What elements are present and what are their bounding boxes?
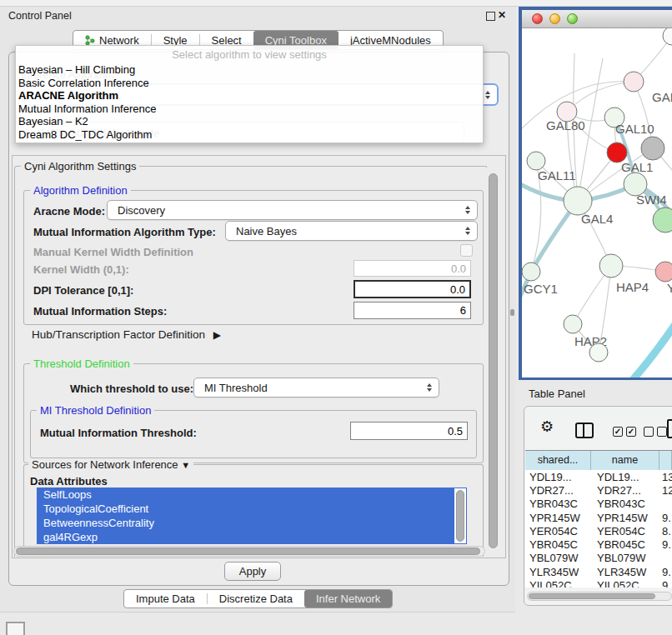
algorithm-definition-title: Algorithm Definition <box>30 185 131 196</box>
network-node[interactable] <box>564 315 582 333</box>
mi-steps-field[interactable] <box>354 302 471 319</box>
checked-box-icon: ✓ <box>613 427 623 437</box>
network-node[interactable] <box>564 187 592 215</box>
apply-button-label: Apply <box>239 565 267 578</box>
table-cell: 13 <box>659 471 672 483</box>
node-label: GAL <box>652 90 672 104</box>
tab-impute-data[interactable]: Impute Data <box>124 590 207 608</box>
aracne-mode-combo[interactable]: Discovery <box>107 200 478 220</box>
dropdown-prompt: Select algorithm to view settings <box>16 46 483 63</box>
sources-group-title[interactable]: Sources for Network Inference ▼ <box>28 459 193 471</box>
network-node[interactable] <box>589 343 608 362</box>
attribute-list-item[interactable]: SelfLoops <box>37 488 467 502</box>
select-all-icon[interactable]: ✓ ✓ <box>613 427 636 437</box>
tab-infer-network-label: Infer Network <box>316 592 380 605</box>
mi-type-combo[interactable]: Naive Bayes <box>225 221 478 241</box>
network-edge[interactable] <box>567 82 634 112</box>
network-window-titlebar[interactable] <box>522 10 672 28</box>
attribute-list-item[interactable]: BetweennessCentrality <box>37 516 467 530</box>
table-options-gear-icon[interactable]: ⚙ <box>540 419 554 434</box>
table-cell: YER054C <box>591 525 659 538</box>
minimize-window-icon[interactable] <box>549 13 560 24</box>
table-header-row: shared...name <box>525 450 672 471</box>
panel-splitter-handle[interactable] <box>510 309 514 316</box>
network-node[interactable] <box>527 152 545 170</box>
combo-arrows-icon <box>485 91 490 99</box>
table-cell: YBR045C <box>525 538 591 551</box>
zoom-window-icon[interactable] <box>567 13 578 24</box>
table-row[interactable]: YBR045CYBR045C9. <box>525 538 672 551</box>
hub-definition-text: Hub/Transcription Factor Definition <box>32 328 205 341</box>
show-columns-icon[interactable] <box>575 422 594 438</box>
close-panel-icon[interactable]: ✕ <box>498 9 506 22</box>
kernel-width-field[interactable] <box>354 260 471 277</box>
network-node[interactable] <box>653 208 672 232</box>
network-node[interactable] <box>522 262 540 281</box>
mi-threshold-label: Mutual Information Threshold: <box>40 427 197 439</box>
apply-button[interactable]: Apply <box>224 562 281 581</box>
data-attributes-list[interactable]: SelfLoopsTopologicalCoefficientBetweenne… <box>37 488 467 544</box>
table-cell: YBR045C <box>591 538 659 551</box>
manual-kernel-checkbox[interactable] <box>460 244 473 257</box>
close-window-icon[interactable] <box>532 13 543 24</box>
tab-infer-network[interactable]: Infer Network <box>304 590 392 608</box>
table-row[interactable]: YER054CYER054C8. <box>525 524 672 538</box>
table-cell: YIL052C <box>525 579 591 588</box>
node-label: Y <box>667 281 672 295</box>
table-row[interactable]: YPR145WYPR145W9. <box>525 511 672 524</box>
network-edge[interactable] <box>631 322 672 378</box>
function-builder-icon[interactable] <box>667 419 672 438</box>
table-cell: 8. <box>659 525 672 538</box>
table-cell: YPR145W <box>591 512 659 524</box>
algorithm-option[interactable]: Bayesian – K2 <box>16 115 483 128</box>
settings-vscrollbar-thumb[interactable] <box>489 173 498 548</box>
network-node[interactable] <box>655 262 672 282</box>
tab-discretize-data[interactable]: Discretize Data <box>208 590 304 608</box>
algorithm-option[interactable]: Mutual Information Inference <box>16 102 483 116</box>
table-row[interactable]: YBR043CYBR043C <box>525 498 672 511</box>
attribute-list-item[interactable]: TopologicalCoefficient <box>37 502 467 516</box>
float-panel-icon[interactable] <box>486 12 495 21</box>
attributes-scrollbar-thumb[interactable] <box>456 490 464 542</box>
mi-threshold-field[interactable] <box>350 422 468 440</box>
algorithm-option[interactable]: ARACNE Algorithm <box>16 89 483 102</box>
hub-definition-label[interactable]: Hub/Transcription Factor Definition ▶ <box>32 328 221 342</box>
algorithm-option[interactable]: Bayesian – Hill Climbing <box>16 63 483 77</box>
deselect-all-icon[interactable] <box>644 427 667 437</box>
settings-hscrollbar-thumb[interactable] <box>16 548 480 555</box>
unchecked-box-icon <box>657 427 667 437</box>
network-node[interactable] <box>641 137 664 160</box>
network-canvas-svg[interactable]: GALGAL80GAL10GAL1GAL11GAL4SWI4HAP4YGCY1H… <box>522 28 672 378</box>
table-cell: 12 <box>659 484 672 497</box>
table-cell: YDR27... <box>591 484 659 497</box>
table-panel-title: Table Panel <box>529 388 585 400</box>
algorithm-dropdown-popup: Select algorithm to view settings Bayesi… <box>15 45 484 143</box>
cyni-bottom-tabbar: Impute Data Discretize Data Infer Networ… <box>123 589 393 608</box>
attribute-list-item[interactable]: gal4RGexp <box>37 530 467 544</box>
network-view-window[interactable]: GALGAL80GAL10GAL1GAL11GAL4SWI4HAP4YGCY1H… <box>519 7 672 380</box>
column-header[interactable] <box>659 451 672 470</box>
dpi-tolerance-field[interactable] <box>354 280 471 298</box>
dock-panel-icon[interactable] <box>6 622 25 635</box>
table-body[interactable]: YDL19...YDL19...13YDR27...YDR27...12YBR0… <box>525 470 672 588</box>
table-cell: YLR345W <box>591 566 659 578</box>
table-row[interactable]: YBL079WYBL079W <box>525 552 672 565</box>
network-node[interactable] <box>599 254 623 278</box>
column-header[interactable]: name <box>591 451 659 470</box>
mi-steps-label: Mutual Information Steps: <box>33 305 167 318</box>
network-node[interactable] <box>624 72 644 92</box>
collapse-arrow-icon[interactable]: ▼ <box>181 460 190 470</box>
table-hscrollbar-thumb[interactable] <box>529 593 655 599</box>
table-row[interactable]: YIL052CYIL052C9 <box>525 578 672 588</box>
table-row[interactable]: YLR345WYLR345W9. <box>525 565 672 578</box>
algorithm-option[interactable]: Dream8 DC_TDC Algorithm <box>16 128 483 142</box>
table-row[interactable]: YDL19...YDL19...13 <box>525 470 672 483</box>
which-threshold-combo[interactable]: MI Threshold <box>193 378 439 398</box>
table-row[interactable]: YDR27...YDR27...12 <box>525 483 672 497</box>
table-cell: YBL079W <box>525 552 591 564</box>
algorithm-option[interactable]: Basic Correlation Inference <box>16 77 483 90</box>
top-strip <box>0 0 672 7</box>
expand-arrow-icon[interactable]: ▶ <box>213 329 221 341</box>
network-node[interactable] <box>663 28 672 45</box>
column-header[interactable]: shared... <box>525 451 591 470</box>
